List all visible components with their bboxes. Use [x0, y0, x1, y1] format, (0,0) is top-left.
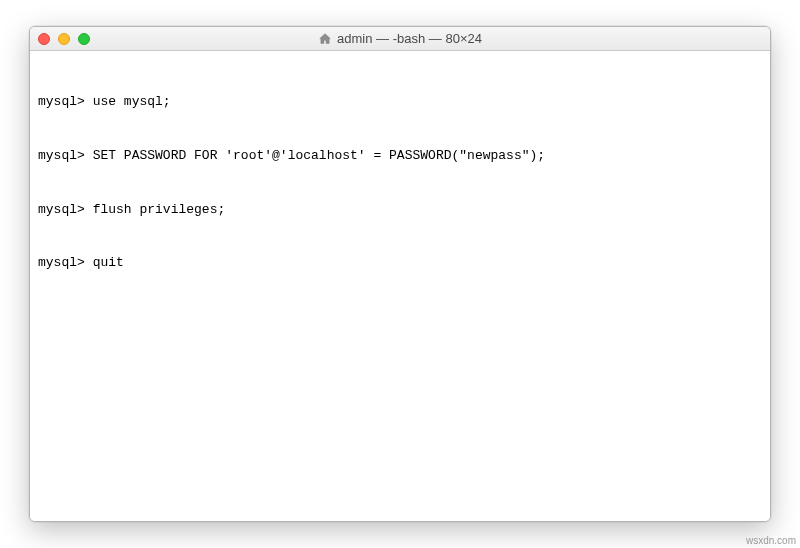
command-text: use mysql; [93, 94, 171, 109]
close-button[interactable] [38, 33, 50, 45]
terminal-line: mysql> quit [38, 254, 762, 272]
command-text: SET PASSWORD FOR 'root'@'localhost' = PA… [93, 148, 545, 163]
prompt: mysql> [38, 202, 85, 217]
terminal-line: mysql> use mysql; [38, 93, 762, 111]
maximize-button[interactable] [78, 33, 90, 45]
terminal-line: mysql> flush privileges; [38, 201, 762, 219]
window-title: admin — -bash — 80×24 [337, 31, 482, 46]
prompt: mysql> [38, 148, 85, 163]
command-text: flush privileges; [93, 202, 226, 217]
minimize-button[interactable] [58, 33, 70, 45]
terminal-window: admin — -bash — 80×24 mysql> use mysql; … [29, 26, 771, 522]
prompt: mysql> [38, 255, 85, 270]
home-icon [318, 32, 332, 46]
terminal-body[interactable]: mysql> use mysql; mysql> SET PASSWORD FO… [30, 51, 770, 521]
titlebar[interactable]: admin — -bash — 80×24 [30, 27, 770, 51]
attribution-text: wsxdn.com [746, 535, 796, 546]
terminal-line: mysql> SET PASSWORD FOR 'root'@'localhos… [38, 147, 762, 165]
command-text: quit [93, 255, 124, 270]
prompt: mysql> [38, 94, 85, 109]
traffic-lights [38, 33, 90, 45]
window-title-wrap: admin — -bash — 80×24 [30, 31, 770, 46]
